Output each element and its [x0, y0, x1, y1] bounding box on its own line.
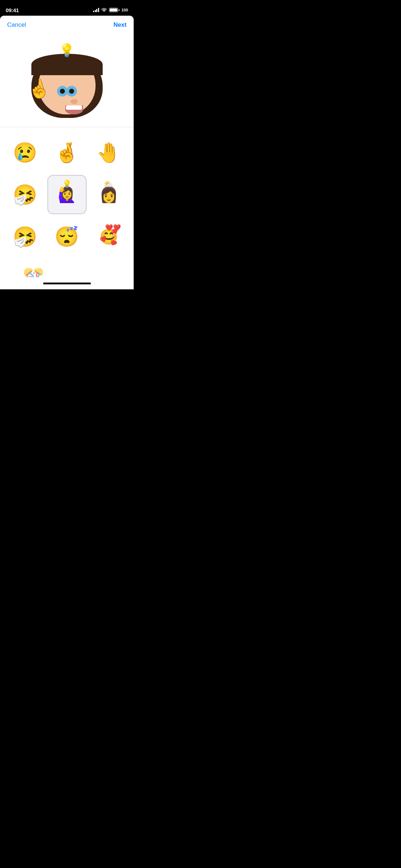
sticker-cell-sleeping[interactable]: 😴: [47, 217, 87, 256]
status-icons: 100: [93, 7, 128, 13]
sticker-cell-partial-3[interactable]: [106, 259, 120, 277]
sticker-cell-stop-hand[interactable]: 🤚: [89, 133, 128, 172]
stop-hand-emoji: 🤚: [96, 141, 121, 164]
sticker-crying: 😢: [9, 136, 41, 169]
wifi-icon: [101, 7, 107, 13]
status-bar: 09:41 100: [0, 0, 134, 16]
sticker-cell-sneezing[interactable]: 🤧: [6, 175, 45, 214]
partial-emoji-1: 🎊: [21, 267, 46, 278]
status-time: 09:41: [6, 7, 19, 13]
sleeping-emoji: 😴: [55, 225, 79, 248]
fingers-crossed-emoji: 🤞: [55, 141, 79, 164]
sticker-lightbulb-face: 🙋‍♀️: [58, 186, 76, 203]
cancel-button[interactable]: Cancel: [7, 21, 26, 29]
sticker-sleeping: 😴: [51, 221, 83, 253]
next-button[interactable]: Next: [113, 21, 127, 29]
memoji-nose: [71, 99, 78, 104]
sticker-row-2: 🤧 💡 🙋‍♀️ ⛅ 👩: [4, 175, 129, 214]
memoji-mouth: [65, 105, 83, 114]
main-container: Cancel Next: [0, 16, 134, 289]
sticker-cloud-overlay: ⛅: [104, 180, 113, 189]
sticker-cell-cloud[interactable]: ⛅ 👩: [89, 175, 128, 214]
sticker-row-4: 🎊: [4, 259, 129, 277]
sticker-cell-love[interactable]: ❤️❤️ 🥰: [89, 217, 128, 256]
memoji-main-art: 💡 ☝️: [31, 43, 103, 118]
battery-icon: [109, 8, 119, 12]
sticker-cell-partial-2[interactable]: [72, 259, 86, 277]
sticker-cloud: ⛅ 👩: [93, 179, 125, 211]
sticker-love: ❤️❤️ 🥰: [93, 221, 125, 253]
sticker-lightbulb: 💡 🙋‍♀️: [51, 179, 83, 211]
battery-level: 100: [122, 8, 128, 12]
sticker-partial-1: 🎊: [17, 263, 50, 277]
lightbulb-icon: 💡: [59, 43, 75, 58]
sticker-row-3: 🤧 😴 ❤️❤️ 🥰: [4, 217, 129, 256]
sticker-fingers-crossed: 🤞: [51, 136, 83, 169]
home-bar: [43, 283, 91, 284]
sticker-cell-fingers-crossed[interactable]: 🤞: [47, 133, 87, 172]
svg-point-0: [103, 11, 104, 12]
memoji-teeth: [66, 105, 82, 110]
sticker-stop-hand: 🤚: [93, 136, 125, 169]
memoji-left-pupil: [60, 89, 65, 94]
sticker-sneezing: 🤧: [9, 179, 41, 211]
sticker-cell-lightbulb[interactable]: 💡 🙋‍♀️: [47, 175, 87, 214]
nav-bar: Cancel Next: [0, 16, 134, 34]
sticker-cloud-face: 👩: [99, 186, 118, 203]
sneezing-emoji: 🤧: [13, 183, 37, 206]
sticker-grid[interactable]: 😢 🤞 🤚 🤧: [0, 127, 134, 277]
crying-emoji: 😢: [13, 141, 37, 164]
sticker-love-overlay: ❤️❤️: [105, 224, 121, 232]
memoji-preview-area: 💡 ☝️: [0, 34, 134, 127]
memoji-right-pupil: [69, 89, 74, 94]
sticker-cell-partial-1[interactable]: 🎊: [14, 259, 53, 277]
memoji-right-eye: [66, 86, 77, 97]
sticker-blowing-nose: 🤧: [9, 221, 41, 253]
blowing-nose-emoji: 🤧: [13, 225, 37, 248]
signal-bars-icon: [93, 8, 99, 12]
sticker-row-1: 😢 🤞 🤚: [4, 133, 129, 172]
sticker-cell-crying[interactable]: 😢: [6, 133, 45, 172]
sticker-cell-blowing-nose[interactable]: 🤧: [6, 217, 45, 256]
home-indicator: [0, 277, 134, 289]
sticker-lightbulb-overlay: 💡: [62, 180, 72, 189]
